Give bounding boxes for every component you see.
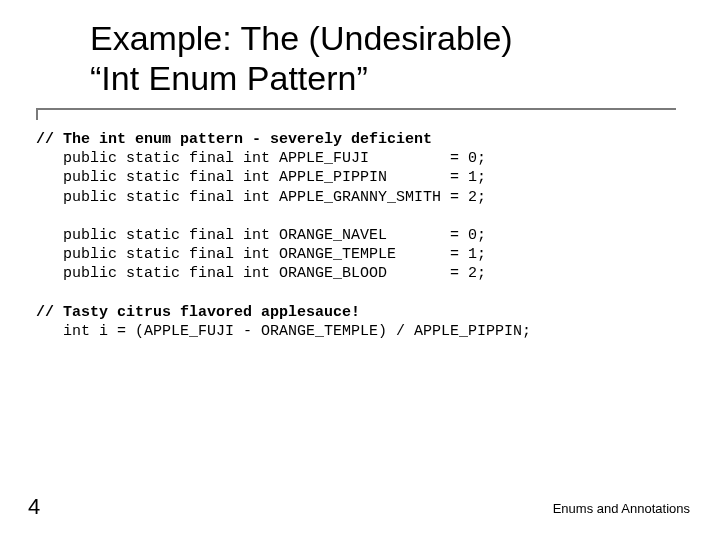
code-line-apple-granny: public static final int APPLE_GRANNY_SMI…: [36, 189, 486, 206]
slide-title: Example: The (Undesirable) “Int Enum Pat…: [90, 18, 680, 98]
slide: Example: The (Undesirable) “Int Enum Pat…: [0, 0, 720, 540]
footer-text: Enums and Annotations: [553, 501, 690, 516]
code-line-expr: int i = (APPLE_FUJI - ORANGE_TEMPLE) / A…: [36, 323, 531, 340]
code-comment-1: // The int enum pattern - severely defic…: [36, 131, 432, 148]
code-line-orange-temple: public static final int ORANGE_TEMPLE = …: [36, 246, 486, 263]
code-line-apple-pippin: public static final int APPLE_PIPPIN = 1…: [36, 169, 486, 186]
code-line-orange-navel: public static final int ORANGE_NAVEL = 0…: [36, 227, 486, 244]
code-line-apple-fuji: public static final int APPLE_FUJI = 0;: [36, 150, 486, 167]
page-number: 4: [28, 494, 40, 520]
code-line-orange-blood: public static final int ORANGE_BLOOD = 2…: [36, 265, 486, 282]
title-line-2: “Int Enum Pattern”: [90, 58, 680, 98]
code-comment-2: // Tasty citrus flavored applesauce!: [36, 304, 360, 321]
title-line-1: Example: The (Undesirable): [90, 18, 680, 58]
code-block: // The int enum pattern - severely defic…: [36, 130, 684, 341]
title-tick: [36, 108, 38, 120]
title-underline: [36, 108, 676, 110]
